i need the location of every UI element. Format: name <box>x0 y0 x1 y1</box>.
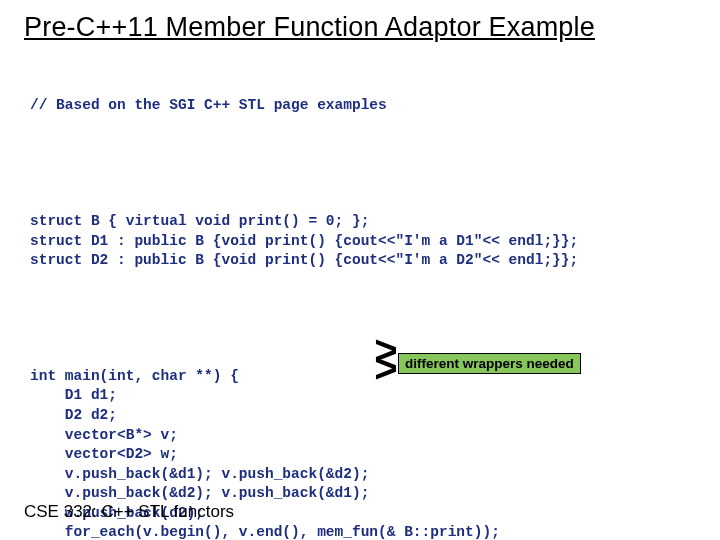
callout-box: different wrappers needed <box>398 353 581 374</box>
callout: >> different wrappers needed <box>374 345 581 381</box>
code-structs: struct B { virtual void print() = 0; }; … <box>30 212 696 271</box>
slide-title: Pre-C++11 Member Function Adaptor Exampl… <box>24 12 696 43</box>
callout-arrow-icon: >> <box>374 345 394 381</box>
footer-text: CSE 332: C++ STL functors <box>24 502 234 522</box>
code-block: // Based on the SGI C++ STL page example… <box>30 57 696 540</box>
code-comment: // Based on the SGI C++ STL page example… <box>30 96 696 116</box>
